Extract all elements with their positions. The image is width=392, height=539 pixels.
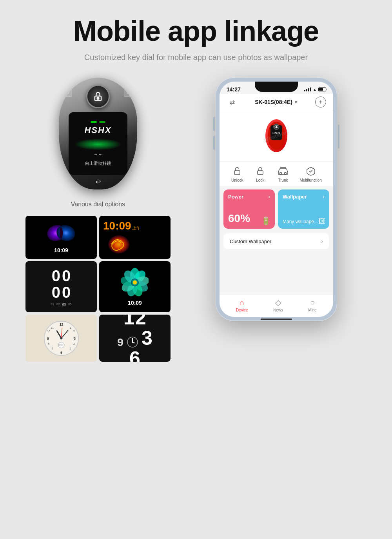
key-caption: Various dial options [71,201,125,208]
big-num-row1: 0 0 [52,268,71,284]
svg-rect-47 [234,171,240,175]
ctrl-multi-label: Multifunction [300,178,322,182]
cards-row: Power › 60% 🔋 Wallpaper › Many wallpa [220,186,333,232]
screen-indicators [91,121,105,123]
dial-flower[interactable]: 10:09 [99,261,171,312]
big-num-3: 0 [52,284,60,300]
svg-text:GO: GO [59,344,63,346]
power-arrow: › [268,193,270,200]
ctrl-trunk-label: Trunk [278,178,288,182]
date-03: 03 [62,302,66,306]
power-card[interactable]: Power › 60% 🔋 [223,189,275,229]
nav-add-button[interactable]: + [315,97,326,107]
svg-text:6: 6 [60,351,62,355]
date-05: 05 [68,302,72,306]
svg-text:3: 3 [74,337,76,341]
indicator-blue [99,121,105,123]
right-panel: 14:27 ▲ [184,78,368,321]
svg-point-46 [276,126,277,128]
svg-point-49 [280,173,282,175]
bold-d1: 1 [123,315,134,328]
brand-logo: HSHX [84,125,111,135]
control-icons-row: Unlock Lock [220,161,333,186]
trunk-icon [277,166,289,177]
tab-news-icon: ◇ [275,298,281,307]
phone-side-btn2[interactable] [213,136,215,150]
phone-side-btn1[interactable] [213,117,215,131]
swirl-svg [103,234,134,255]
wallpaper-card-header: Wallpaper › [283,193,325,200]
page-container: Mobile app linkage Customized key dial f… [0,0,392,385]
dial-bignums[interactable]: 0 0 0 0 01 02 03 05 [25,261,97,312]
ctrl-lock[interactable]: Lock [254,166,267,182]
wallpaper-card[interactable]: Wallpaper › Many wallpape... 🖼 [278,189,329,229]
phone-tab-bar: ⌂ Device ◇ News ○ Mine [220,294,333,317]
svg-point-50 [285,173,287,175]
dial-analog[interactable]: 12 3 6 9 1 2 4 5 7 8 10 11 GO [25,315,97,362]
dial-flower-time: 10:09 [128,300,142,306]
dial-bold-digital[interactable]: 1 2 9 3 6 [99,315,171,362]
nav-device-title: SK-01S(08:4E) [255,99,292,105]
key-fob-screen: HSHX ⌃⌃ 向上滑动解锁 WhatsKey [69,112,127,175]
battery-indicator [318,87,326,91]
tab-mine[interactable]: ○ Mine [308,298,317,312]
phone-power-btn[interactable] [338,125,339,148]
left-panel: HSHX ⌃⌃ 向上滑动解锁 WhatsKey ↩ Various dial o… [24,78,172,362]
svg-text:9: 9 [47,337,49,341]
custom-wallpaper-arrow: › [321,238,323,244]
phone-key-display: HSHX WhatsKey [220,110,333,161]
tab-mine-label: Mine [308,308,317,312]
dial-swirl[interactable]: 10:09 上午 [99,216,171,259]
ctrl-trunk[interactable]: Trunk [277,166,289,182]
ctrl-unlock-label: Unlock [231,178,243,182]
ctrl-unlock[interactable]: Unlock [231,166,243,182]
svg-point-17 [133,280,137,284]
indicator-green [91,121,97,123]
tab-news[interactable]: ◇ News [273,298,283,312]
bold-digits-row1: 1 2 [123,315,146,328]
svg-text:4: 4 [73,342,74,345]
ctrl-multi[interactable]: Multifunction [300,166,322,182]
key-fob-top [59,78,137,108]
big-num-row2: 0 0 [52,284,71,300]
svg-point-36 [60,337,62,339]
wifi-icon: ▲ [313,87,317,92]
bar2 [306,89,307,91]
nav-dropdown-arrow[interactable]: ▼ [294,100,298,104]
dial-grid: 10:09 10:09 上午 [25,216,171,362]
big-num-1: 0 [52,268,60,284]
dial-butterfly[interactable]: 10:09 [25,216,97,259]
svg-text:2: 2 [73,330,74,333]
svg-text:10: 10 [47,330,50,333]
bar1 [304,90,305,91]
nav-back-button[interactable]: ⇄ [227,97,238,107]
phone-notch [255,82,298,92]
flower-svg [121,268,149,297]
lock-button[interactable] [86,85,110,108]
green-glow [74,138,122,150]
date-01: 01 [51,302,54,306]
app-nav-bar: ⇄ SK-01S(08:4E) ▼ + [220,94,333,110]
tab-mine-icon: ○ [310,298,315,307]
wallpaper-title: Wallpaper [283,194,307,200]
wallpaper-icon-card: 🖼 [318,217,325,226]
phone-screen: 14:27 ▲ [220,82,333,317]
key-fob-container: HSHX ⌃⌃ 向上滑动解锁 WhatsKey ↩ [53,78,143,195]
lock-icon [254,166,267,177]
swirl-time-display: 10:09 上午 [103,220,141,232]
clock-mini-svg [127,336,138,348]
back-button-icon[interactable]: ↩ [96,178,101,186]
bold-d4: 3 [142,328,152,348]
custom-wallpaper-row[interactable]: Custom Wallpaper › [223,233,329,249]
tab-device[interactable]: ⌂ Device [236,298,248,312]
page-subtitle: Customized key dial for mobile app can u… [84,53,308,62]
content-row: HSHX ⌃⌃ 向上滑动解锁 WhatsKey ↩ Various dial o… [24,78,368,362]
signal-bars [304,87,311,91]
svg-text:5: 5 [69,347,71,350]
key-fob-body: HSHX ⌃⌃ 向上滑动解锁 WhatsKey ↩ [59,78,137,189]
bold-digits-row2: 9 3 [117,328,152,348]
dial-butterfly-time: 10:09 [54,247,68,253]
butterfly-svg [45,221,77,245]
big-num-4: 0 [62,284,71,300]
battery-fill [319,88,323,91]
